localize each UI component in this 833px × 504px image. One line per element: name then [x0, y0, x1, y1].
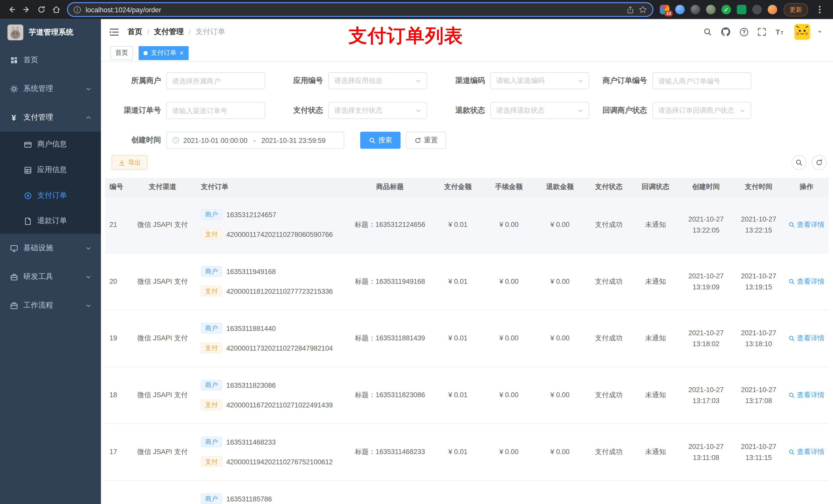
cell-pay-status: 支付成功 — [586, 253, 633, 310]
view-detail-link[interactable]: 查看详情 — [788, 390, 825, 400]
extension-icon-green-check[interactable]: ✓ — [721, 5, 731, 14]
refresh-icon — [414, 137, 421, 144]
magnifier-icon — [788, 335, 795, 341]
merchant-order-no-input[interactable] — [658, 77, 745, 85]
table-row: 21 微信 JSAPI 支付 商户 1635312124657 支付 — [105, 196, 829, 253]
merchant-input[interactable] — [172, 77, 259, 85]
browser-update-button[interactable]: 更新 — [784, 3, 808, 16]
extension-icon-dark-pin[interactable] — [752, 5, 762, 14]
credit-card-icon — [23, 141, 32, 148]
cell-create-time: 2021-10-27 13:22:05 — [679, 196, 733, 253]
sidebar-item-home[interactable]: 首页 — [0, 46, 101, 74]
cell-id: 18 — [105, 366, 131, 423]
sidebar-item-pay-order[interactable]: 支付订单 — [0, 183, 101, 208]
back-button[interactable] — [4, 2, 19, 17]
download-icon — [118, 159, 125, 166]
extension-icon-green-square[interactable] — [737, 5, 746, 14]
font-size-icon[interactable]: TT — [775, 28, 785, 36]
merchant-order-no: 1635311949168 — [227, 267, 276, 275]
cell-pay-amount: ¥ 0.01 — [432, 423, 483, 480]
cell-fee-amount: ¥ 0.00 — [483, 196, 534, 253]
cell-title: 标题：1635311949168 — [347, 253, 432, 310]
cell-id — [105, 480, 131, 504]
sidebar-item-app-info[interactable]: 应用信息 — [0, 157, 101, 183]
cell-pay-amount: ¥ 0.01 — [432, 310, 483, 366]
cell-pay-status: 支付成功 — [586, 196, 633, 253]
cell-title: 标题：1635311881439 — [347, 310, 432, 366]
breadcrumb-home[interactable]: 首页 — [127, 27, 142, 37]
cell-channel: 微信 JSAPI 支付 — [130, 310, 194, 366]
github-icon[interactable] — [721, 27, 730, 37]
column-header: 商品标题 — [347, 178, 432, 196]
help-icon[interactable] — [739, 27, 748, 37]
document-icon — [23, 217, 32, 225]
view-detail-link[interactable]: 查看详情 — [788, 220, 825, 229]
extension-icon-sage-circle[interactable] — [706, 5, 715, 14]
cell-notify-status: 未通知 — [632, 196, 679, 253]
extension-icon-colorful[interactable]: 10 — [660, 5, 669, 14]
reload-button[interactable] — [34, 2, 49, 17]
cell-channel: 微信 JSAPI 支付 — [130, 196, 194, 253]
fullscreen-icon[interactable] — [757, 28, 766, 36]
close-icon[interactable]: × — [180, 49, 184, 56]
cell-pay-time: 2021-10-27 13:18:10 — [733, 310, 784, 366]
browser-menu-icon[interactable] — [812, 2, 827, 17]
cell-refund-amount: ¥ 0.00 — [534, 310, 585, 366]
sidebar-item-refund-order[interactable]: 退款订单 — [0, 208, 101, 234]
home-button[interactable] — [49, 2, 64, 17]
breadcrumb-section[interactable]: 支付管理 — [154, 27, 184, 37]
extension-icon-dark-sphere[interactable] — [691, 5, 700, 14]
column-header: 创建时间 — [679, 178, 733, 196]
forward-button[interactable] — [19, 2, 34, 17]
extension-icon-blue-drop[interactable] — [675, 5, 685, 14]
breadcrumb-separator: / — [147, 28, 149, 36]
share-icon[interactable] — [626, 6, 634, 14]
view-detail-link[interactable]: 查看详情 — [788, 277, 825, 286]
cell-pay-time: 2021-10-27 13:19:15 — [733, 253, 784, 310]
bookmark-star-icon[interactable] — [639, 5, 647, 14]
refund-status-select[interactable]: 请选择退款状态 — [490, 102, 589, 119]
sidebar-item-system[interactable]: 系统管理 — [0, 74, 101, 103]
chevron-down-icon — [577, 78, 583, 84]
site-info-icon[interactable] — [73, 6, 81, 14]
cell-create-time: 2021-10-27 13:11:08 — [679, 423, 733, 480]
column-header: 支付金额 — [432, 178, 483, 196]
cell-pay-amount: ¥ 0.01 — [432, 253, 483, 310]
sidebar-item-workflow[interactable]: 工作流程 — [0, 291, 101, 320]
pay-order-no: 4200001174202110278060590766 — [227, 230, 333, 238]
app-no-select[interactable]: 请选择应用信息 — [328, 72, 427, 89]
channel-code-select[interactable]: 请输入渠道编码 — [490, 72, 589, 89]
profile-avatar-icon[interactable] — [768, 5, 777, 14]
sidebar-collapse-icon[interactable] — [110, 28, 119, 36]
sidebar-item-devtools[interactable]: 研发工具 — [0, 263, 101, 291]
notify-status-select[interactable]: 请选择订单回调商户状态 — [652, 102, 751, 119]
user-menu[interactable] — [794, 24, 823, 40]
date-start: 2021-10-01 00:00:00 — [184, 136, 247, 144]
sidebar-item-merchant-info[interactable]: 商户信息 — [0, 131, 101, 157]
channel-order-no-input[interactable] — [172, 106, 259, 115]
search-icon[interactable] — [704, 28, 712, 36]
orders-table: 编号 支付渠道 支付订单 商品标题 支付金额 手续金额 退款金额 支付状态 回调… — [105, 178, 829, 504]
toggle-search-button[interactable] — [791, 155, 806, 170]
view-detail-link[interactable]: 查看详情 — [788, 447, 825, 456]
export-button[interactable]: 导出 — [112, 155, 148, 170]
pay-order-tag: 支付 — [201, 229, 222, 239]
column-header: 手续金额 — [483, 178, 534, 196]
tab-pay-order[interactable]: 支付订单 × — [139, 46, 188, 60]
refresh-table-button[interactable] — [812, 155, 827, 170]
sidebar-item-infra[interactable]: 基础设施 — [0, 234, 101, 263]
reset-button[interactable]: 重置 — [406, 131, 447, 148]
view-detail-link[interactable]: 查看详情 — [788, 333, 825, 343]
date-range-picker[interactable]: 2021-10-01 00:00:00 - 2021-10-31 23:59:5… — [166, 131, 344, 148]
dashboard-icon — [9, 56, 18, 64]
tab-home[interactable]: 首页 — [111, 46, 133, 60]
cell-fee-amount — [483, 480, 534, 504]
logo[interactable]: 芋道管理系统 — [0, 19, 101, 46]
pay-status-select[interactable]: 请选择支付状态 — [328, 102, 427, 119]
cell-create-time — [679, 480, 733, 504]
navbar: 首页 / 支付管理 / 支付订单 支付订单列表 TT — [101, 19, 833, 45]
cell-action: 查看详情 — [784, 253, 829, 310]
sidebar-item-pay[interactable]: ¥ 支付管理 — [0, 103, 101, 131]
address-bar[interactable]: localhost:1024/pay/order — [67, 2, 653, 17]
search-button[interactable]: 搜索 — [360, 131, 401, 148]
